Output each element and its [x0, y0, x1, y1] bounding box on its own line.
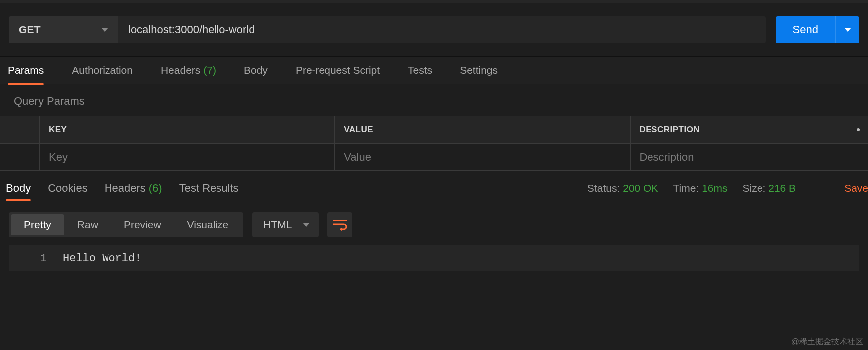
- http-method-select[interactable]: GET: [9, 16, 118, 43]
- response-header-row: Body Cookies Headers(6) Test Results Sta…: [0, 171, 868, 205]
- row-handle[interactable]: [0, 143, 40, 170]
- request-row: GET Send: [0, 3, 868, 56]
- table-header-label: DESCRIPTION: [640, 125, 700, 135]
- top-divider: [0, 0, 868, 3]
- response-body-line[interactable]: Hello World!: [63, 252, 141, 264]
- wrap-icon: [333, 219, 347, 231]
- tab-label: Test Results: [179, 182, 239, 195]
- url-input[interactable]: [118, 16, 766, 43]
- table-header-key: KEY: [40, 116, 335, 143]
- tab-params[interactable]: Params: [8, 56, 44, 84]
- tab-count: (6): [149, 182, 162, 195]
- more-icon: •: [856, 123, 860, 136]
- cell-value: [335, 143, 630, 170]
- tab-settings[interactable]: Settings: [460, 56, 498, 84]
- params-table: KEY VALUE DESCRIPTION •: [0, 116, 868, 171]
- size-block: Size:216 B: [743, 182, 796, 194]
- tab-label: Tests: [408, 64, 432, 76]
- table-header-value: VALUE: [335, 116, 630, 143]
- send-options-button[interactable]: [835, 16, 859, 43]
- app-root: GET Send Params Authorization Headers(7)…: [0, 0, 868, 350]
- meta-label: Status:: [587, 182, 620, 194]
- resp-tab-testresults[interactable]: Test Results: [179, 171, 239, 206]
- key-input[interactable]: [49, 151, 326, 164]
- time-value: 16ms: [702, 182, 727, 194]
- meta-label: Time:: [673, 182, 699, 194]
- meta-label: Size:: [743, 182, 766, 194]
- resp-tab-cookies[interactable]: Cookies: [48, 171, 87, 206]
- line-number: 1: [9, 252, 63, 264]
- table-header-description: DESCRIPTION: [631, 116, 849, 143]
- view-mode-group: Pretty Raw Preview Visualize: [9, 212, 243, 237]
- table-header-row: KEY VALUE DESCRIPTION •: [0, 116, 868, 143]
- view-preview-button[interactable]: Preview: [111, 214, 174, 235]
- save-response-button[interactable]: Save: [844, 182, 868, 194]
- send-button[interactable]: Send: [776, 16, 835, 43]
- tab-label: Body: [244, 64, 268, 76]
- vertical-divider: [820, 180, 820, 197]
- view-pretty-button[interactable]: Pretty: [11, 214, 64, 235]
- request-tabs: Params Authorization Headers(7) Body Pre…: [0, 56, 868, 84]
- tab-label: Params: [8, 64, 44, 76]
- send-button-group: Send: [776, 16, 859, 43]
- tab-label: Headers: [105, 182, 146, 195]
- view-raw-button[interactable]: Raw: [64, 214, 111, 235]
- tab-headers[interactable]: Headers(7): [161, 56, 216, 84]
- response-meta: Status:200 OK Time:16ms Size:216 B Save: [587, 180, 868, 197]
- chevron-down-icon: [303, 223, 310, 227]
- method-url-group: GET: [9, 16, 766, 43]
- tab-label: Body: [6, 182, 31, 195]
- wrap-lines-button[interactable]: [327, 212, 352, 237]
- table-header-actions[interactable]: •: [848, 116, 868, 143]
- status-value: 200 OK: [623, 182, 658, 194]
- view-visualize-button[interactable]: Visualize: [174, 214, 242, 235]
- tab-tests[interactable]: Tests: [408, 56, 432, 84]
- table-header-spacer: [0, 116, 40, 143]
- tab-label: Settings: [460, 64, 498, 76]
- response-body: 1 Hello World!: [9, 245, 859, 271]
- tab-authorization[interactable]: Authorization: [72, 56, 133, 84]
- response-language-select[interactable]: HTML: [252, 212, 319, 237]
- svg-rect-0: [333, 220, 347, 221]
- cell-key: [40, 143, 335, 170]
- resp-tab-body[interactable]: Body: [6, 171, 31, 206]
- table-header-label: VALUE: [344, 125, 373, 135]
- table-row: [0, 143, 868, 170]
- language-label: HTML: [263, 219, 292, 231]
- tab-body[interactable]: Body: [244, 56, 268, 84]
- tab-prerequest[interactable]: Pre-request Script: [296, 56, 380, 84]
- time-block: Time:16ms: [673, 182, 727, 194]
- chevron-down-icon: [101, 28, 108, 32]
- section-title-query-params: Query Params: [0, 84, 868, 116]
- tab-count: (7): [203, 64, 216, 76]
- http-method-label: GET: [19, 24, 41, 36]
- tab-label: Authorization: [72, 64, 133, 76]
- tab-label: Cookies: [48, 182, 87, 195]
- resp-tab-headers[interactable]: Headers(6): [105, 171, 162, 206]
- response-tabs: Body Cookies Headers(6) Test Results: [0, 171, 239, 206]
- table-header-label: KEY: [49, 125, 67, 135]
- chevron-down-icon: [844, 28, 851, 32]
- response-view-row: Pretty Raw Preview Visualize HTML: [0, 205, 868, 244]
- cell-description: [631, 143, 849, 170]
- watermark: @稀土掘金技术社区: [791, 337, 863, 347]
- tab-label: Headers: [161, 64, 200, 76]
- value-input[interactable]: [344, 151, 621, 164]
- size-value: 216 B: [768, 182, 796, 194]
- status-block: Status:200 OK: [587, 182, 658, 194]
- description-input[interactable]: [640, 151, 839, 164]
- cell-actions: [848, 143, 868, 170]
- tab-label: Pre-request Script: [296, 64, 380, 76]
